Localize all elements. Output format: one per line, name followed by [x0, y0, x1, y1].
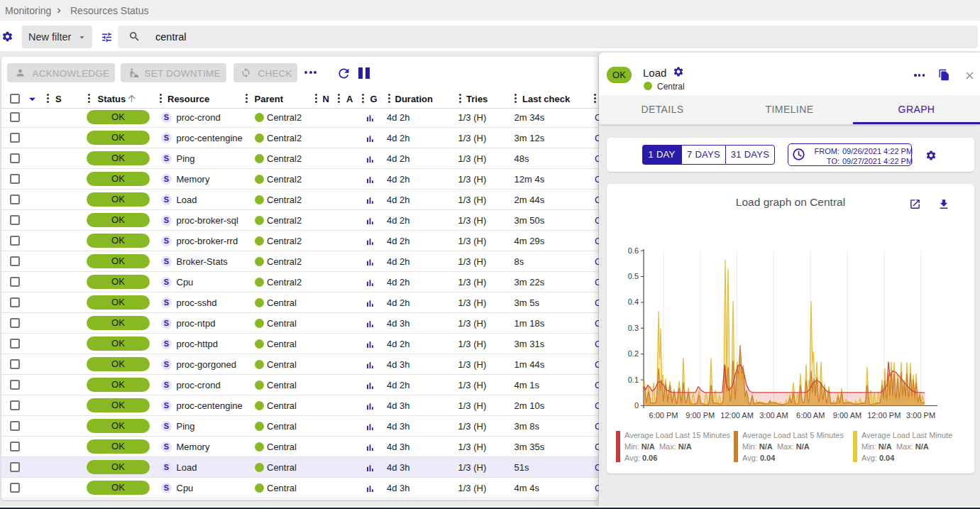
svg-text:0.3: 0.3: [628, 324, 639, 332]
svg-text:9:00 AM: 9:00 AM: [833, 411, 861, 420]
svg-text:0.5: 0.5: [628, 272, 639, 280]
svg-text:0: 0: [634, 401, 639, 410]
svg-text:12:00 PM: 12:00 PM: [867, 411, 901, 420]
svg-text:12:00 AM: 12:00 AM: [720, 411, 753, 420]
svg-text:6:00 AM: 6:00 AM: [796, 411, 825, 420]
svg-text:0.4: 0.4: [628, 297, 639, 306]
svg-text:9:00 PM: 9:00 PM: [686, 411, 715, 420]
svg-text:0.2: 0.2: [628, 349, 639, 358]
svg-text:3:00 PM: 3:00 PM: [906, 411, 935, 420]
svg-text:0.6: 0.6: [628, 246, 639, 255]
svg-text:3:00 AM: 3:00 AM: [759, 411, 788, 420]
svg-text:6:00 PM: 6:00 PM: [649, 411, 678, 420]
svg-text:0.1: 0.1: [628, 376, 639, 384]
